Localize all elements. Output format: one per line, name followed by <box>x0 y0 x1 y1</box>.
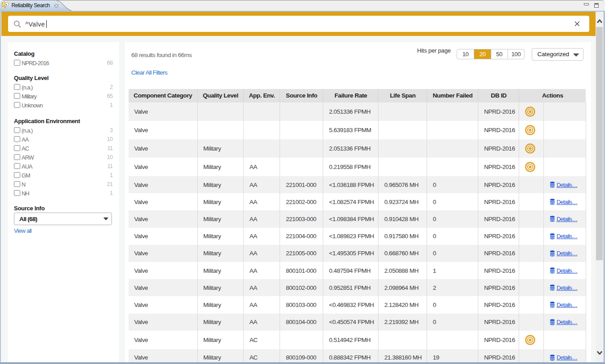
checkbox[interactable] <box>14 145 20 151</box>
minimize-button[interactable] <box>584 3 589 5</box>
tab-close-icon[interactable] <box>54 4 59 8</box>
cell-app-env-: AA <box>244 262 280 279</box>
details-link[interactable]: Details… <box>550 182 586 188</box>
cell-app-env-: AA <box>244 279 280 296</box>
details-link[interactable]: Details… <box>550 267 586 274</box>
hits-per-page-label: Hits per page <box>417 47 451 54</box>
details-link[interactable]: Details… <box>550 284 586 291</box>
details-link[interactable]: Details… <box>550 302 586 308</box>
clear-all-filters-link[interactable]: Clear All Filters <box>131 69 167 76</box>
column-header-source-info[interactable]: Source Info <box>280 89 323 103</box>
target-icon[interactable] <box>525 125 535 135</box>
details-link[interactable]: Details… <box>550 199 586 205</box>
filter-item-military[interactable]: Military65 <box>14 92 113 101</box>
view-all-link[interactable]: View all <box>14 227 31 234</box>
maximize-button[interactable] <box>594 3 599 8</box>
filter-item-arw[interactable]: ARW10 <box>14 153 113 162</box>
vertical-scrollbar <box>596 12 604 362</box>
cell-component-category: Valve <box>129 102 197 121</box>
filter-item-label: AC <box>22 145 29 152</box>
cell-failure-rate: <0.469832 FPMH <box>323 296 378 313</box>
column-header-life-span[interactable]: Life Span <box>378 89 427 103</box>
filter-item-aa[interactable]: AA10 <box>14 135 113 144</box>
hits-per-page-50[interactable]: 50 <box>491 49 507 59</box>
cell-quality-level: Military <box>197 279 244 296</box>
target-icon[interactable] <box>525 162 535 172</box>
view-mode-dropdown[interactable]: Categorized <box>532 48 583 61</box>
checkbox[interactable] <box>14 102 20 108</box>
column-header-quality-level[interactable]: Quality Level <box>197 89 244 103</box>
cell-failure-rate: <1.036188 FPMH <box>323 176 378 193</box>
cell-app-env-: AA <box>244 245 280 262</box>
cell-failure-rate: 0.219558 FPMH <box>323 158 378 176</box>
tab-reliability-search[interactable]: Reliability Search <box>0 0 74 12</box>
column-header-actions[interactable]: Actions <box>519 89 586 103</box>
cell-action-target <box>519 102 544 121</box>
filter-item--n-a-[interactable]: (n.a.)3 <box>14 126 113 135</box>
hits-per-page-100[interactable]: 100 <box>507 49 524 59</box>
search-input[interactable]: ^Valve <box>8 16 590 32</box>
hits-per-page-20[interactable]: 20 <box>474 49 490 59</box>
hits-per-page-10[interactable]: 10 <box>457 49 474 59</box>
filter-item-aua[interactable]: AUA11 <box>14 162 113 171</box>
target-icon[interactable] <box>525 107 535 117</box>
database-icon <box>550 284 555 291</box>
filter-item-unknown[interactable]: Unknown1 <box>14 101 113 110</box>
cell-component-category: Valve <box>129 279 197 296</box>
details-link[interactable]: Details… <box>550 216 586 222</box>
cell-action-empty <box>519 193 544 210</box>
column-header-app-env-[interactable]: App. Env. <box>244 89 280 103</box>
checkbox[interactable] <box>14 93 20 99</box>
source-info-dropdown[interactable]: All (68) <box>14 213 112 225</box>
cell-quality-level: Military <box>197 262 244 279</box>
view-mode-value: Categorized <box>537 51 569 58</box>
scroll-down-icon[interactable] <box>597 351 602 355</box>
cell-number-failed <box>427 139 478 158</box>
cell-quality-level <box>197 102 244 121</box>
cell-component-category: Valve <box>129 331 197 349</box>
checkbox[interactable] <box>14 60 20 66</box>
cell-action-empty <box>519 262 544 279</box>
column-header-component-category[interactable]: Component Category <box>129 89 197 103</box>
cell-number-failed: 0 <box>427 228 478 245</box>
checkbox[interactable] <box>14 190 20 196</box>
cell-db-id: NPRD-2016 <box>478 176 519 193</box>
cell-life-span <box>378 331 427 349</box>
checkbox[interactable] <box>14 127 20 133</box>
target-icon[interactable] <box>525 335 535 345</box>
clear-search-icon[interactable] <box>574 21 580 27</box>
scrollbar-thumb[interactable] <box>596 27 603 261</box>
cell-number-failed: 2 <box>427 279 478 296</box>
cell-action-empty <box>544 139 586 158</box>
target-icon[interactable] <box>525 143 535 154</box>
checkbox[interactable] <box>14 154 20 160</box>
cell-app-env- <box>244 121 280 139</box>
filter-item-gm[interactable]: GM1 <box>14 171 113 180</box>
scroll-up-icon[interactable] <box>597 19 602 23</box>
filter-item-nprd-2016[interactable]: NPRD-201668 <box>14 59 113 68</box>
search-band: ^Valve <box>1 12 596 36</box>
column-header-db-id[interactable]: DB ID <box>478 89 519 103</box>
cell-life-span <box>378 121 427 139</box>
checkbox[interactable] <box>14 84 20 90</box>
cell-life-span: 0.965076 MH <box>378 176 427 193</box>
filter-item-nh[interactable]: NH1 <box>14 189 113 198</box>
filter-item-ac[interactable]: AC11 <box>14 144 113 153</box>
filter-item-n[interactable]: N21 <box>14 180 113 189</box>
details-link[interactable]: Details… <box>550 354 586 361</box>
details-link[interactable]: Details… <box>550 319 586 325</box>
column-header-number-failed[interactable]: Number Failed <box>427 89 478 103</box>
checkbox[interactable] <box>14 136 20 142</box>
cell-quality-level: Military <box>197 228 244 245</box>
cell-action-empty <box>519 210 544 227</box>
tab-title: Reliability Search <box>12 2 50 9</box>
details-link[interactable]: Details… <box>550 250 586 257</box>
filter-item--n-a-[interactable]: (n.a.)2 <box>14 83 113 92</box>
checkbox[interactable] <box>14 163 20 169</box>
checkbox[interactable] <box>14 172 20 178</box>
checkbox[interactable] <box>14 181 20 187</box>
filter-item-count: 10 <box>107 154 113 160</box>
column-header-failure-rate[interactable]: Failure Rate <box>323 89 378 103</box>
filter-section-title: Application Environment <box>14 117 113 126</box>
details-link[interactable]: Details… <box>550 233 586 240</box>
